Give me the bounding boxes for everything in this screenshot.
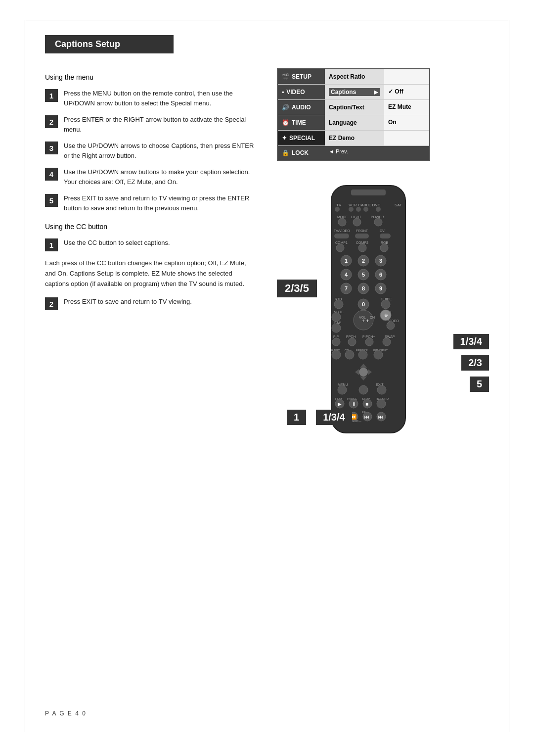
step-row-2: 2 Press ENTER or the RIGHT arrow button … bbox=[45, 115, 257, 134]
menu-center-time: Language bbox=[325, 115, 384, 130]
badge-134-bottom: 1/3/4 bbox=[316, 410, 352, 425]
ezdemo-item: EZ Demo bbox=[329, 134, 380, 142]
svg-point-26 bbox=[358, 244, 366, 252]
badge-134: 1/3/4 bbox=[453, 334, 489, 349]
menu-row-video: ▪ VIDEO Captions ▶ Off bbox=[278, 85, 429, 100]
page-title: Captions Setup bbox=[45, 35, 174, 53]
svg-point-13 bbox=[338, 218, 346, 226]
svg-text:VCR CABLE DVD: VCR CABLE DVD bbox=[349, 203, 381, 207]
menu-item-time: ⏰ TIME bbox=[278, 115, 325, 130]
menu-item-audio: 🔊 AUDIO bbox=[278, 100, 325, 115]
svg-point-62 bbox=[387, 322, 395, 330]
step-row-4: 4 Use the UP/DOWN arrow buttons to make … bbox=[45, 167, 257, 187]
svg-text:8: 8 bbox=[362, 285, 365, 291]
svg-point-88 bbox=[338, 385, 347, 394]
svg-point-27 bbox=[380, 244, 388, 252]
svg-point-9 bbox=[376, 207, 381, 212]
svg-text:9: 9 bbox=[379, 285, 382, 291]
svg-text:3: 3 bbox=[379, 258, 382, 264]
menu-row-time: ⏰ TIME Language On bbox=[278, 115, 429, 131]
menu-item-video: ▪ VIDEO bbox=[278, 85, 325, 99]
step-row-5: 5 Press EXIT to save and return to TV vi… bbox=[45, 193, 257, 213]
step-text-5: Press EXIT to save and return to TV view… bbox=[64, 193, 257, 213]
cc-step-row-2: 2 Press EXIT to save and return to TV vi… bbox=[45, 297, 257, 310]
svg-point-79 bbox=[358, 350, 367, 359]
bottom-badges: 1 1/3/4 bbox=[287, 410, 352, 425]
svg-point-54 bbox=[332, 313, 341, 322]
aspect-ratio-item: Aspect Ratio bbox=[329, 73, 380, 81]
on-option: On bbox=[388, 119, 425, 126]
caption-text-item: Caption/Text bbox=[329, 103, 380, 111]
menu-screenshot: 🎬 SETUP Aspect Ratio ▪ VIDEO bbox=[277, 68, 430, 161]
menu-row-lock: 🔒 LOCK ◄ Prev. bbox=[278, 146, 429, 160]
svg-point-77 bbox=[332, 350, 341, 359]
captions-item: Captions ▶ bbox=[329, 88, 380, 96]
svg-point-90 bbox=[377, 385, 386, 394]
step-row-1: 1 Press the MENU button on the remote co… bbox=[45, 89, 257, 108]
svg-text:7: 7 bbox=[345, 285, 348, 291]
remote-svg-container: TV VCR CABLE DVD SAT MODE LIGHT POWER bbox=[321, 181, 489, 440]
using-menu-label: Using the menu bbox=[45, 73, 257, 81]
svg-text:CH: CH bbox=[370, 316, 375, 319]
svg-text:▶: ▶ bbox=[338, 401, 342, 407]
page-number: P A G E 4 0 bbox=[45, 710, 87, 717]
svg-text:TV/VIDEO: TV/VIDEO bbox=[334, 229, 350, 233]
prev-row: ◄ Prev. bbox=[325, 146, 429, 160]
badge-235: 2/3/5 bbox=[277, 280, 317, 297]
menu-right-time: On bbox=[384, 115, 429, 130]
menu-row-audio: 🔊 AUDIO Caption/Text EZ Mute bbox=[278, 100, 429, 115]
menu-right-setup bbox=[384, 69, 429, 84]
svg-text:4: 4 bbox=[345, 272, 348, 278]
audio-icon: 🔊 bbox=[282, 104, 289, 111]
cc-step-text-2: Press EXIT to save and return to TV view… bbox=[64, 297, 192, 307]
off-option: Off bbox=[388, 88, 425, 95]
svg-text:SAT: SAT bbox=[395, 203, 402, 207]
menu-center-audio: Caption/Text bbox=[325, 100, 384, 115]
svg-text:2: 2 bbox=[362, 258, 365, 264]
content-area: Using the menu 1 Press the MENU button o… bbox=[45, 68, 489, 440]
svg-point-72 bbox=[383, 338, 391, 346]
language-item: Language bbox=[329, 119, 380, 127]
svg-text:⊕: ⊕ bbox=[384, 313, 388, 318]
menu-item-lock: 🔒 LOCK bbox=[278, 146, 325, 160]
lock-icon: 🔒 bbox=[282, 149, 289, 156]
step-num-2: 2 bbox=[45, 115, 58, 128]
menu-center-special: EZ Demo bbox=[325, 131, 384, 145]
ezmute-option: EZ Mute bbox=[388, 103, 425, 110]
step-num-4: 4 bbox=[45, 168, 58, 181]
left-column: Using the menu 1 Press the MENU button o… bbox=[45, 68, 257, 440]
menu-row-special: ✦ SPECIAL EZ Demo bbox=[278, 131, 429, 146]
svg-text:6: 6 bbox=[379, 272, 382, 278]
menu-center-video: Captions ▶ bbox=[325, 85, 384, 99]
svg-text:+  +: + + bbox=[362, 318, 369, 324]
menu-item-special: ✦ SPECIAL bbox=[278, 131, 325, 145]
step-row-3: 3 Use the UP/DOWN arrows to choose Capti… bbox=[45, 141, 257, 160]
using-cc-label: Using the CC button bbox=[45, 223, 257, 231]
step-text-3: Use the UP/DOWN arrows to choose Caption… bbox=[64, 141, 257, 160]
remote-svg: TV VCR CABLE DVD SAT MODE LIGHT POWER bbox=[321, 181, 415, 438]
svg-point-80 bbox=[374, 350, 383, 359]
svg-text:⏺: ⏺ bbox=[379, 401, 384, 407]
step-num-3: 3 bbox=[45, 142, 58, 154]
cc-step-text-1: Use the CC button to select captions. bbox=[64, 238, 170, 248]
page-container: Captions Setup Using the menu 1 Press th… bbox=[25, 20, 509, 732]
badge-23: 2/3 bbox=[461, 355, 489, 371]
svg-point-51 bbox=[381, 300, 390, 309]
step-text-4: Use the UP/DOWN arrow buttons to make yo… bbox=[64, 167, 257, 187]
svg-point-25 bbox=[336, 244, 344, 252]
menu-row-setup: 🎬 SETUP Aspect Ratio bbox=[278, 69, 429, 85]
menu-center-setup: Aspect Ratio bbox=[325, 69, 384, 84]
svg-text:TV: TV bbox=[336, 203, 342, 207]
remote-area: 2/3/5 TV VCR CABLE DVD SAT bbox=[277, 181, 489, 440]
svg-rect-1 bbox=[351, 189, 386, 195]
special-icon: ✦ bbox=[282, 135, 287, 142]
cc-extra-text: Each press of the CC button changes the … bbox=[45, 258, 257, 289]
video-icon: ▪ bbox=[282, 89, 284, 95]
menu-item-setup: 🎬 SETUP bbox=[278, 69, 325, 84]
svg-point-89 bbox=[359, 385, 368, 394]
svg-rect-19 bbox=[334, 234, 349, 238]
svg-text:⏸: ⏸ bbox=[352, 401, 356, 407]
svg-text:■: ■ bbox=[365, 401, 368, 407]
svg-text:FRONT: FRONT bbox=[356, 229, 368, 233]
cc-step-num-2: 2 bbox=[45, 297, 58, 310]
